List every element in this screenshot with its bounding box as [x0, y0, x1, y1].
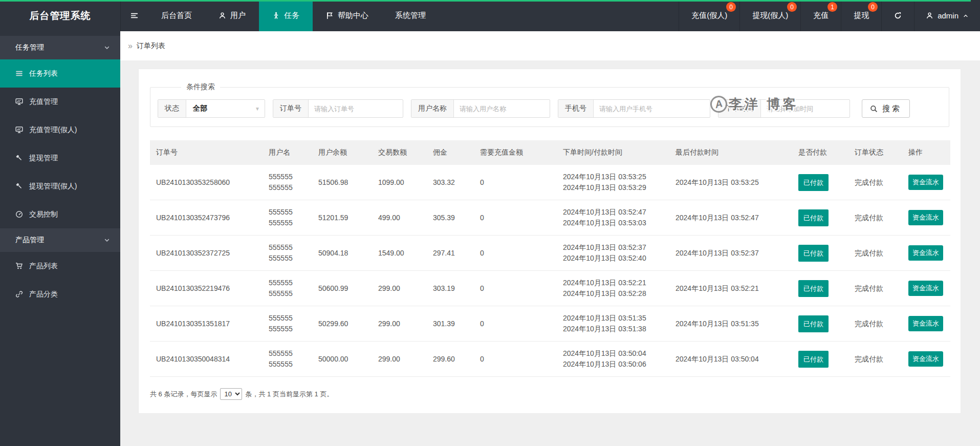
fund-flow-button[interactable]: 资金流水	[908, 175, 943, 190]
sidebar-item-label: 提现管理	[29, 154, 58, 163]
sidebar-toggle-button[interactable]	[120, 0, 148, 31]
order-no-cell: UB2410130352473796	[150, 200, 263, 236]
username-line: 555555	[269, 288, 306, 299]
paid-cell: 已付款	[792, 200, 848, 236]
sidebar-item[interactable]: 交易控制	[0, 200, 120, 228]
quick-link[interactable]: 提现0	[841, 0, 881, 31]
sidebar-item-label: 交易控制	[29, 210, 58, 219]
filter-group: 下单时间	[718, 99, 850, 118]
status-select[interactable]: 全部▼	[186, 100, 265, 117]
filter-input[interactable]	[454, 100, 550, 117]
quick-link-label: 提现	[854, 11, 869, 20]
pay-time: 2024年10月13日 03:50:06	[563, 359, 663, 370]
username-line: 555555	[269, 172, 306, 182]
sidebar-item[interactable]: 提现管理(假人)	[0, 172, 120, 200]
pay-time: 2024年10月13日 03:53:03	[563, 218, 663, 228]
filter-field-label: 手机号	[558, 100, 594, 117]
last-pay-time-cell: 2024年10月13日 03:52:37	[669, 236, 792, 271]
filter-input[interactable]	[594, 100, 710, 117]
content-panel: 条件搜索 状态全部▼订单号用户名称手机号下单时间 搜索 订单号用户名用户余额交易…	[138, 69, 961, 414]
user-icon	[926, 12, 933, 19]
filter-input[interactable]	[761, 100, 850, 117]
sidebar-item-label: 任务列表	[29, 69, 58, 78]
order-time: 2024年10月13日 03:51:35	[563, 313, 663, 324]
order-status-cell: 完成付款	[848, 306, 902, 342]
trade-amount-cell: 1099.00	[372, 165, 427, 200]
nav-item-label: 用户	[230, 11, 246, 20]
paid-status-badge: 已付款	[798, 315, 829, 332]
filter-group: 状态全部▼	[158, 99, 265, 118]
sidebar-item[interactable]: 提现管理	[0, 144, 120, 172]
paid-status-badge: 已付款	[798, 351, 829, 368]
quick-link[interactable]: 充值(假人)0	[679, 0, 739, 31]
commission-cell: 299.60	[427, 342, 474, 377]
user-menu[interactable]: admin	[914, 0, 980, 31]
filter-field-label: 状态	[158, 100, 186, 117]
quick-link-label: 充值	[813, 11, 829, 20]
pagination-prefix-text: 共 6 条记录，每页显示	[150, 390, 217, 399]
fund-flow-button[interactable]: 资金流水	[908, 316, 943, 331]
commission-cell: 303.19	[427, 271, 474, 306]
navbar-right: 充值(假人)0提现(假人)0充值1提现0 admin	[679, 0, 980, 31]
nav-item[interactable]: 系统管理	[382, 0, 439, 31]
refresh-button[interactable]	[881, 0, 914, 31]
quick-link[interactable]: 提现(假人)0	[739, 0, 800, 31]
caret-up-icon	[963, 13, 969, 19]
sidebar-item[interactable]: 产品分类	[0, 280, 120, 308]
last-pay-time-cell: 2024年10月13日 03:50:04	[669, 342, 792, 377]
nav-item[interactable]: 任务	[259, 0, 313, 31]
username-line: 555555	[269, 182, 306, 193]
board-chart-icon	[15, 126, 23, 134]
orders-table: 订单号用户名用户余额交易数额佣金需要充值金额下单时间/付款时间最后付款时间是否付…	[150, 140, 950, 377]
order-pay-time-cell: 2024年10月13日 03:53:252024年10月13日 03:53:29	[557, 165, 669, 200]
filter-group: 用户名称	[411, 99, 550, 118]
username-line: 555555	[269, 218, 306, 228]
paid-status-badge: 已付款	[798, 280, 829, 297]
sidebar: 任务管理任务列表充值管理充值管理(假人)提现管理提现管理(假人)交易控制产品管理…	[0, 31, 120, 446]
sidebar-item[interactable]: 充值管理(假人)	[0, 116, 120, 144]
page-size-select[interactable]: 10	[220, 388, 242, 400]
walking-person-icon	[272, 12, 280, 19]
username-cell: 555555555555	[263, 200, 312, 236]
status-select-value: 全部	[193, 104, 207, 113]
nav-item[interactable]: 用户	[205, 0, 259, 31]
order-time: 2024年10月13日 03:53:25	[563, 172, 663, 182]
sidebar-item[interactable]: 产品列表	[0, 252, 120, 280]
filter-legend: 条件搜索	[181, 82, 220, 92]
filter-row: 状态全部▼订单号用户名称手机号下单时间 搜索	[158, 99, 942, 118]
pagination: 共 6 条记录，每页显示 10 条，共 1 页当前显示第 1 页。	[150, 388, 949, 400]
fund-flow-button[interactable]: 资金流水	[908, 351, 943, 367]
column-header: 操作	[902, 140, 950, 165]
order-pay-time-cell: 2024年10月13日 03:52:212024年10月13日 03:52:28	[557, 271, 669, 306]
filter-group: 订单号	[273, 99, 403, 118]
nav-item[interactable]: 帮助中心	[313, 0, 382, 31]
sidebar-section-header[interactable]: 任务管理	[0, 36, 120, 59]
fund-flow-button[interactable]: 资金流水	[908, 210, 943, 225]
nav-item[interactable]: 后台首页	[148, 0, 205, 31]
fund-flow-button[interactable]: 资金流水	[908, 281, 943, 296]
filter-input[interactable]	[309, 100, 403, 117]
sidebar-item-label: 产品列表	[29, 262, 58, 271]
need-recharge-cell: 0	[474, 236, 557, 271]
quick-link[interactable]: 充值1	[800, 0, 841, 31]
paid-cell: 已付款	[792, 165, 848, 200]
column-header: 用户名	[263, 140, 312, 165]
balance-cell: 51201.59	[312, 200, 372, 236]
commission-cell: 305.39	[427, 200, 474, 236]
sidebar-item[interactable]: 充值管理	[0, 88, 120, 116]
gauge-icon	[15, 210, 23, 218]
fund-flow-button[interactable]: 资金流水	[908, 245, 943, 261]
username-line: 555555	[269, 278, 306, 288]
search-button[interactable]: 搜索	[862, 99, 910, 118]
filter-field-label: 下单时间	[718, 100, 761, 117]
sidebar-section-header[interactable]: 产品管理	[0, 228, 120, 252]
sidebar-item[interactable]: 任务列表	[0, 59, 120, 88]
nav-item-label: 后台首页	[161, 11, 192, 20]
nav-item-label: 系统管理	[395, 11, 426, 20]
nav-item-label: 帮助中心	[338, 11, 368, 20]
table-row: UB241013035237272555555555555550904.1815…	[150, 236, 950, 271]
list-icon	[15, 70, 23, 77]
order-pay-time-cell: 2024年10月13日 03:51:352024年10月13日 03:51:38	[557, 306, 669, 342]
table-row: UB241013035135181755555555555550299.6029…	[150, 306, 950, 342]
commission-cell: 297.41	[427, 236, 474, 271]
